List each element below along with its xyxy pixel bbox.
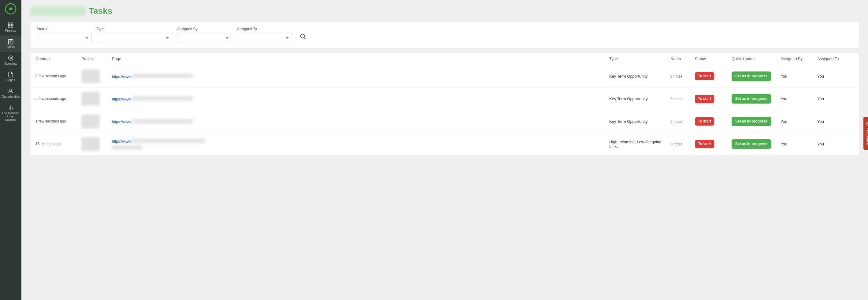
cell-type: High Incoming, Low Outgoing Links xyxy=(609,140,671,149)
type-filter-label: Type xyxy=(97,27,172,31)
opportunities-icon xyxy=(8,88,14,94)
breadcrumb-blurred xyxy=(31,7,86,15)
project-thumbnail xyxy=(81,92,100,106)
cell-assigned-by: You xyxy=(780,142,817,146)
search-button[interactable] xyxy=(297,31,309,43)
feedback-icon xyxy=(866,122,868,126)
page-header: Tasks xyxy=(31,6,859,16)
svg-rect-3 xyxy=(8,26,10,28)
cell-assigned-by: You xyxy=(780,97,817,101)
svg-line-16 xyxy=(304,38,306,39)
sidebar-item-label: Tasks xyxy=(7,45,15,49)
col-type: Type xyxy=(609,57,671,61)
quick-update-button[interactable]: Set as in-progress xyxy=(732,117,771,127)
svg-point-15 xyxy=(301,34,305,38)
page-url-prefix: https://www. xyxy=(112,119,609,124)
sidebar-item-label: Projects xyxy=(5,29,16,32)
assigned-by-filter-select[interactable]: You xyxy=(177,33,232,43)
cell-quick-update: Set as in-progress xyxy=(732,117,780,127)
page-url-prefix: https://www. xyxy=(112,139,609,143)
cell-status: To start xyxy=(695,140,732,148)
pages-icon xyxy=(8,71,14,77)
svg-point-11 xyxy=(10,89,12,91)
sidebar-item-overview[interactable]: Overview xyxy=(0,52,22,68)
status-filter-group: Status To start In progress Done xyxy=(37,27,92,43)
status-badge: To start xyxy=(695,72,714,80)
table-row: a few seconds ago https://www. Key Term … xyxy=(31,110,859,133)
type-filter-select[interactable]: Key Term Opportunity High Incoming, Low … xyxy=(97,33,172,43)
cell-type: Key Term Opportunity xyxy=(609,119,671,124)
table-row: a few seconds ago https://www. Key Term … xyxy=(31,88,859,110)
cell-assigned-to: You xyxy=(817,119,854,124)
projects-icon xyxy=(8,22,14,28)
sidebar-item-projects[interactable]: Projects xyxy=(0,19,22,35)
sidebar: Projects Tasks Overview Pages Opportunit… xyxy=(0,0,22,300)
sidebar-item-label: Low Incoming / High Outgoing xyxy=(2,111,20,121)
svg-rect-1 xyxy=(8,23,10,25)
cell-status: To start xyxy=(695,95,732,103)
chart-icon xyxy=(8,104,14,110)
svg-rect-4 xyxy=(11,26,13,28)
status-badge: To start xyxy=(695,117,714,125)
sidebar-item-low-incoming[interactable]: Low Incoming / High Outgoing xyxy=(0,101,22,124)
assigned-by-filter-group: Assigned By You xyxy=(177,27,232,43)
cell-assigned-to: You xyxy=(817,97,854,101)
sidebar-item-opportunities[interactable]: Opportunities xyxy=(0,85,22,101)
filter-bar: Status To start In progress Done Type Ke… xyxy=(31,22,859,48)
col-assigned-to: Assigned To xyxy=(817,57,854,61)
cell-type: Key Term Opportunity xyxy=(609,97,671,101)
cell-assigned-to: You xyxy=(817,74,854,78)
page-url-prefix: https://www. xyxy=(112,97,609,101)
quick-update-button[interactable]: Set as in-progress xyxy=(732,94,771,104)
table-row: a few seconds ago https://www. Key Term … xyxy=(31,65,859,88)
sidebar-item-label: Pages xyxy=(6,78,15,82)
status-filter-label: Status xyxy=(37,27,92,31)
cell-page: https://www. xyxy=(112,97,609,101)
cell-notes: 0 notes xyxy=(671,97,695,101)
cell-created: 18 minutes ago xyxy=(35,141,81,147)
tasks-table: Created Project Page Type Notes Status Q… xyxy=(31,53,859,155)
sidebar-item-label: Overview xyxy=(4,62,17,65)
sidebar-item-tasks[interactable]: Tasks xyxy=(0,35,22,52)
cell-assigned-by: You xyxy=(780,74,817,78)
status-badge: To start xyxy=(695,140,714,148)
sidebar-item-pages[interactable]: Pages xyxy=(0,68,22,85)
cell-notes: 0 notes xyxy=(671,74,695,78)
tasks-icon xyxy=(8,38,14,44)
assigned-by-filter-label: Assigned By xyxy=(177,27,232,31)
feedback-label: Feedback xyxy=(866,128,868,145)
quick-update-button[interactable]: Set as in-progress xyxy=(732,71,771,81)
feedback-tab[interactable]: Feedback xyxy=(863,117,868,150)
col-notes: Notes xyxy=(671,57,695,61)
type-filter-group: Type Key Term Opportunity High Incoming,… xyxy=(97,27,172,43)
cell-project xyxy=(81,92,112,106)
cell-created: a few seconds ago xyxy=(35,96,81,101)
cell-page: https://www. xyxy=(112,139,609,149)
svg-point-10 xyxy=(10,58,11,59)
cell-type: Key Term Opportunity xyxy=(609,74,671,78)
sidebar-item-label: Opportunities xyxy=(2,95,20,98)
cell-page: https://www. xyxy=(112,74,609,79)
svg-rect-2 xyxy=(11,23,13,25)
project-thumbnail xyxy=(81,114,100,128)
quick-update-button[interactable]: Set as in-progress xyxy=(732,139,771,149)
cell-page: https://www. xyxy=(112,119,609,124)
project-thumbnail xyxy=(81,137,100,151)
col-quick-update: Quick Update xyxy=(732,57,780,61)
col-status: Status xyxy=(695,57,732,61)
assigned-to-filter-group: Assigned To You xyxy=(237,27,292,43)
col-assigned-by: Assigned By xyxy=(780,57,817,61)
cell-created: a few seconds ago xyxy=(35,119,81,124)
status-badge: To start xyxy=(695,95,714,103)
main-content: Tasks Status To start In progress Done T… xyxy=(22,0,868,300)
col-project: Project xyxy=(81,57,112,61)
assigned-to-filter-select[interactable]: You xyxy=(237,33,292,43)
page-url-prefix: https://www. xyxy=(112,74,609,79)
status-filter-select[interactable]: To start In progress Done xyxy=(37,33,92,43)
table-header: Created Project Page Type Notes Status Q… xyxy=(31,53,859,65)
col-created: Created xyxy=(35,57,81,61)
cell-project xyxy=(81,114,112,128)
search-icon xyxy=(300,33,306,40)
cell-project xyxy=(81,69,112,83)
cell-created: a few seconds ago xyxy=(35,74,81,79)
